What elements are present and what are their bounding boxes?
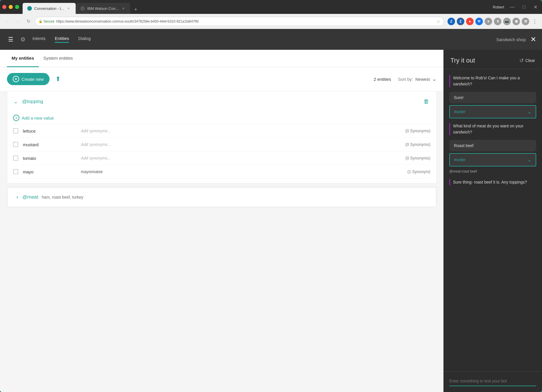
nav-dialog[interactable]: Dialog — [78, 36, 91, 43]
user-message-2: Roast beef #order ⌄ @meat:roast beef — [449, 140, 536, 175]
bot-message-3: Sure thing- roast beef it is. Any toppin… — [449, 179, 536, 185]
chat-input[interactable] — [449, 376, 536, 386]
table-row: mayo mayonnaise (1 Synonym) — [13, 165, 430, 179]
extension-o[interactable]: ● — [466, 18, 474, 25]
delete-topping-button[interactable]: 🗑 — [422, 97, 430, 106]
value-name-mayo: mayo — [23, 169, 81, 174]
extension-z2[interactable]: Z — [457, 18, 464, 25]
entity-count-label: 2 entities — [374, 77, 391, 82]
user-bubble-1: Sure! — [449, 92, 536, 103]
browser-menu-button[interactable]: ⋮ — [531, 17, 539, 26]
new-tab-button[interactable]: + — [131, 5, 140, 14]
workspace-close-icon[interactable]: ✕ — [530, 35, 536, 43]
intent-dropdown-2[interactable]: #order ⌄ — [449, 153, 536, 166]
chat-input-area — [443, 371, 542, 392]
value-synonyms-lettuce[interactable]: Add synonyms... — [81, 129, 405, 133]
forward-button[interactable]: → — [14, 17, 22, 25]
main-navigation: Intents Entities Dialog — [32, 36, 91, 43]
value-checkbox-mustard[interactable] — [13, 142, 18, 147]
chevron-right-icon[interactable]: ⌄ — [12, 195, 20, 200]
tab-conversation[interactable]: Conversation - I... ✕ — [23, 3, 76, 14]
secure-label: Secure — [43, 19, 54, 23]
chat-messages: Welcome to Rob's! Can I make you a sandw… — [443, 69, 542, 371]
extension-gray4[interactable]: ◼ — [512, 18, 520, 25]
intent-dropdown-1[interactable]: #order ⌄ — [449, 105, 536, 118]
sort-value-label: Newest — [415, 77, 430, 82]
chevron-down-icon[interactable]: ⌄ — [13, 98, 19, 105]
app-header: ☰ ⚙ Intents Entities Dialog Sandwich sho… — [0, 29, 542, 50]
intent-value-1: #order — [454, 109, 465, 114]
refresh-icon: ↺ — [519, 57, 524, 64]
tab-ibm-close[interactable]: ✕ — [121, 6, 126, 11]
bot-text-3: Sure thing- roast beef it is. Any toppin… — [449, 179, 536, 185]
tab-my-entities[interactable]: My entities — [7, 50, 39, 67]
sort-by-label: Sort by: — [398, 77, 413, 82]
entity-tag: @meat:roast beef — [449, 168, 536, 175]
tab-conversation-close[interactable]: ✕ — [66, 6, 71, 11]
sort-chevron-icon: ⌄ — [432, 76, 436, 82]
extensions-bar: Z Z ● W ▼ ⬇ 📷 ◼ ⊞ ⋮ — [448, 17, 539, 26]
extension-w[interactable]: W — [475, 18, 483, 25]
reload-button[interactable]: ↻ — [24, 17, 32, 25]
create-new-button[interactable]: + Create new — [7, 73, 50, 85]
synonym-count-lettuce: (0 Synonyms) — [405, 129, 430, 133]
extension-gray3[interactable]: 📷 — [503, 18, 511, 25]
tab-conversation-label: Conversation - I... — [34, 6, 64, 11]
try-it-title: Try it out — [450, 57, 475, 64]
add-value-row[interactable]: + Add a new value — [13, 112, 430, 124]
nav-intents[interactable]: Intents — [32, 36, 46, 43]
entity-name-meat: @meat — [22, 194, 38, 200]
url-bar[interactable]: 🔒 Secure https://www.ibmwatsonconversati… — [35, 17, 444, 26]
entity-header-meat[interactable]: ⌄ @meat ham, roast beef, turkey — [7, 187, 436, 207]
entities-toolbar: + Create new ⬆ 2 entities Sort by: Newes… — [0, 67, 443, 91]
left-panel: My entities System entities + Create new… — [0, 50, 443, 392]
extension-gray1[interactable]: ▼ — [485, 18, 492, 25]
tools-icon[interactable]: ⚙ — [20, 36, 26, 43]
bot-text-1: Welcome to Rob's! Can I make you a sandw… — [449, 75, 536, 87]
tab-system-entities[interactable]: System entities — [39, 50, 78, 67]
entities-list: ⌄ @topping 🗑 + Add a new value — [0, 91, 443, 392]
value-synonyms-mustard[interactable]: Add synonyms... — [81, 142, 405, 147]
value-checkbox-mayo[interactable] — [13, 169, 18, 174]
window-close-btn[interactable] — [2, 5, 6, 9]
sort-by-control[interactable]: Sort by: Newest ⌄ — [398, 76, 436, 82]
window-restore-btn[interactable]: □ — [520, 3, 528, 11]
extension-gray2[interactable]: ⬇ — [494, 18, 501, 25]
workspace-name: Sandwich shop — [496, 37, 526, 42]
chevron-down-icon: ⌄ — [527, 109, 532, 115]
extension-z1[interactable]: Z — [448, 18, 455, 25]
window-min-btn[interactable]: — — [508, 3, 517, 11]
create-new-label: Create new — [21, 77, 44, 82]
try-it-header: Try it out ↺ Clear — [443, 50, 542, 69]
hamburger-menu-icon[interactable]: ☰ — [6, 34, 16, 45]
upload-button[interactable]: ⬆ — [54, 74, 62, 84]
extension-gray5[interactable]: ⊞ — [522, 18, 529, 25]
back-button[interactable]: ← — [3, 17, 12, 25]
window-x-btn[interactable]: ✕ — [531, 3, 540, 11]
window-minimize-btn[interactable] — [9, 5, 13, 9]
tab-ibm[interactable]: IBM Watson Con... ✕ — [76, 3, 130, 14]
entity-card-meat: ⌄ @meat ham, roast beef, turkey — [7, 187, 436, 207]
entity-header-topping[interactable]: ⌄ @topping 🗑 — [7, 91, 436, 112]
table-row: mustard Add synonyms... (0 Synonyms) — [13, 138, 430, 151]
try-it-out-panel: Try it out ↺ Clear Welcome to Rob's! Can… — [443, 50, 542, 392]
window-maximize-btn[interactable] — [15, 5, 19, 9]
entity-tabs: My entities System entities — [0, 50, 443, 67]
bot-message-1: Welcome to Rob's! Can I make you a sandw… — [449, 75, 536, 87]
browser-tabs: Conversation - I... ✕ IBM Watson Con... … — [23, 0, 140, 14]
clear-button[interactable]: ↺ Clear — [519, 57, 535, 64]
nav-entities[interactable]: Entities — [55, 36, 69, 43]
address-bar: ← → ↻ 🔒 Secure https://www.ibmwatsonconv… — [0, 14, 542, 29]
bot-message-2: What kind of meat do you want on your sa… — [449, 123, 536, 135]
value-checkbox-lettuce[interactable] — [13, 128, 18, 133]
conversation-tab-icon — [27, 6, 32, 11]
add-value-label: Add a new value — [22, 116, 54, 120]
bookmark-icon[interactable]: ☆ — [436, 19, 440, 24]
intent-value-2: #order — [454, 157, 465, 162]
user-bubble-2: Roast beef — [449, 140, 536, 151]
value-checkbox-tomato[interactable] — [13, 155, 18, 161]
value-synonyms-tomato[interactable]: Add synonyms... — [81, 156, 405, 160]
entity-card-topping: ⌄ @topping 🗑 + Add a new value — [7, 91, 436, 184]
table-row: tomato Add synonyms... (0 Synonyms) — [13, 151, 430, 165]
bot-text-2: What kind of meat do you want on your sa… — [449, 123, 536, 135]
